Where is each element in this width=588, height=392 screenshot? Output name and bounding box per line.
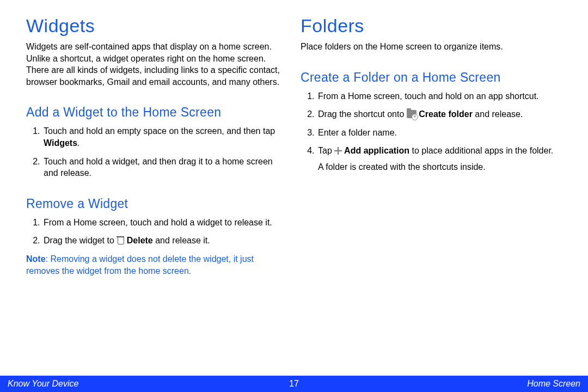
right-column: Folders Place folders on the Home screen…: [301, 15, 562, 372]
create-folder-icon: [407, 110, 416, 118]
list-item: Tap Add application to place additional …: [317, 145, 562, 173]
step-text-tail: .: [77, 138, 79, 148]
step-text-tail: and release.: [473, 109, 523, 119]
add-application-keyword: Add application: [342, 146, 409, 155]
page-footer: Know Your Device 17 Home Screen: [0, 376, 588, 392]
step-result: A folder is created with the shortcuts i…: [318, 161, 562, 173]
remove-widget-note: Note: Removing a widget does not delete …: [26, 253, 287, 277]
heading-folders: Folders: [301, 15, 562, 36]
list-item: From a Home screen, touch and hold on an…: [317, 90, 562, 102]
step-text: Tap: [318, 146, 334, 155]
heading-remove-widget: Remove a Widget: [26, 197, 287, 211]
step-text: Drag the widget to: [44, 236, 117, 245]
heading-add-widget: Add a Widget to the Home Screen: [26, 105, 287, 120]
add-widget-steps: Touch and hold an empty space on the scr…: [26, 125, 287, 179]
step-text: Touch and hold an empty space on the scr…: [44, 126, 275, 136]
trash-icon: [117, 236, 124, 244]
note-body: : Removing a widget does not delete the …: [26, 254, 254, 275]
heading-widgets: Widgets: [26, 15, 287, 36]
list-item: Drag the shortcut onto Create folder and…: [317, 108, 562, 120]
list-item: From a Home screen, touch and hold a wid…: [42, 217, 287, 229]
remove-widget-steps: From a Home screen, touch and hold a wid…: [26, 217, 287, 247]
list-item: Touch and hold a widget, and then drag i…: [42, 156, 287, 179]
note-label: Note: [26, 254, 46, 264]
left-column: Widgets Widgets are self-contained apps …: [26, 15, 287, 372]
create-folder-keyword: Create folder: [416, 109, 473, 119]
widgets-intro: Widgets are self-contained apps that dis…: [26, 41, 287, 88]
folders-intro: Place folders on the Home screen to orga…: [301, 41, 562, 53]
create-folder-steps: From a Home screen, touch and hold on an…: [301, 90, 562, 173]
step-text-tail: and release it.: [153, 236, 210, 245]
plus-icon: [334, 147, 342, 155]
footer-page-number: 17: [0, 379, 588, 389]
delete-keyword: Delete: [124, 236, 152, 245]
list-item: Drag the widget to Delete and release it…: [42, 235, 287, 247]
widgets-keyword: Widgets: [44, 138, 77, 148]
list-item: Touch and hold an empty space on the scr…: [42, 125, 287, 149]
step-text: Drag the shortcut onto: [318, 109, 407, 119]
list-item: Enter a folder name.: [317, 127, 562, 139]
heading-create-folder: Create a Folder on a Home Screen: [301, 70, 562, 85]
step-text-tail: to place additional apps in the folder.: [409, 146, 553, 155]
